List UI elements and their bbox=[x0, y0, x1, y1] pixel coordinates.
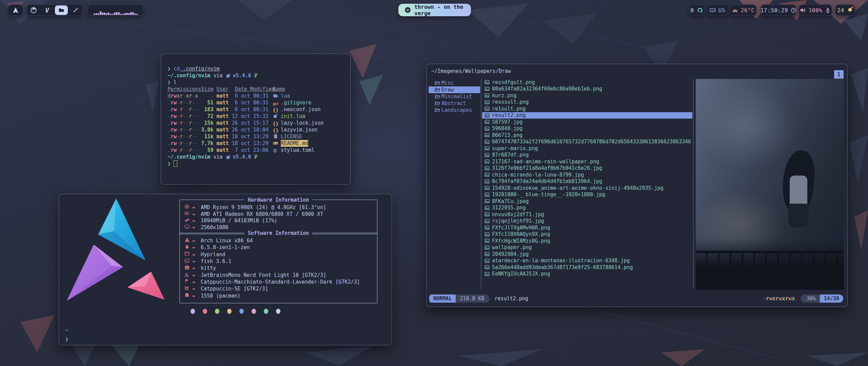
file-name[interactable]: .gitignore bbox=[281, 99, 311, 106]
file-manager-window[interactable]: ~/Imagenes/Wallpapers/Draw 1 MiscDrawMin… bbox=[426, 64, 848, 307]
file-name[interactable]: init.lua bbox=[281, 113, 305, 120]
fm-file-row[interactable]: 3126f7e9bbf21a8a4af0b67b041c6e26.jpg bbox=[482, 165, 692, 172]
workspace-app-vim[interactable]: V bbox=[41, 5, 53, 15]
file-name[interactable]: .neoconf.json bbox=[281, 106, 320, 113]
keyboard-status-pill[interactable]: US bbox=[707, 4, 728, 16]
fm-file-row[interactable]: ressdfgult.png bbox=[482, 79, 692, 86]
fm-file-row[interactable]: 0c794faf07de24a4db4d4fb1eb813964.jpg bbox=[482, 178, 692, 185]
fetch-window[interactable]: Hardware Information→AMD Ryzen 9 5900X (… bbox=[59, 194, 392, 345]
mic-icon bbox=[825, 7, 831, 13]
music-pill[interactable]: thrown - on the verge bbox=[398, 4, 471, 16]
file-name[interactable]: lazyvim.json bbox=[281, 126, 317, 133]
palette-dot bbox=[252, 309, 256, 314]
fm-file-row[interactable]: 866715.png bbox=[482, 132, 692, 139]
fm-file-row[interactable]: re1sult.png bbox=[482, 105, 692, 112]
fm-file-row[interactable]: 20492984.jpg bbox=[482, 251, 692, 258]
fm-file-row[interactable]: EeNKYgIUcAAJ5JX.png bbox=[482, 271, 692, 278]
workspace-app-folder[interactable] bbox=[55, 5, 68, 15]
image-icon bbox=[485, 251, 490, 257]
terminal-line: PermissionsSizeUserDate ModifiedName bbox=[167, 86, 350, 93]
fm-file-row[interactable]: 87r687df.png bbox=[482, 152, 692, 159]
file-owner: matt bbox=[216, 93, 229, 99]
fm-file-row[interactable]: 5a266e448add93deab367d87173e9f25-6837886… bbox=[482, 264, 692, 271]
fm-file-row[interactable]: kurz.png bbox=[482, 92, 692, 99]
fm-file-row[interactable]: chica-mirando-la-luna-8799.jpg bbox=[482, 171, 692, 178]
speaker-status-value: 100% bbox=[809, 7, 823, 14]
github-icon bbox=[697, 7, 703, 14]
fm-file-row[interactable]: FXfcII0X0AQyn9X.png bbox=[482, 231, 692, 238]
fm-sidebar-item-minimalist[interactable]: Minimalist bbox=[429, 93, 480, 100]
fetch-value: 6.5.8-zen1-1-zen bbox=[201, 244, 250, 250]
arrow-icon: → bbox=[192, 258, 201, 264]
visualizer-bar bbox=[134, 14, 136, 15]
file-permissions: .rw-r--r-- bbox=[167, 133, 198, 140]
launcher-pill[interactable] bbox=[8, 4, 23, 16]
fm-sidebar-item-draw[interactable]: Draw bbox=[429, 86, 480, 93]
file-name[interactable]: LICENSE bbox=[281, 133, 302, 140]
fm-file-row[interactable]: 587597.jpg bbox=[482, 119, 692, 125]
file-name[interactable]: lua bbox=[281, 93, 290, 99]
fm-file-row[interactable]: wallpaper.png bbox=[482, 244, 692, 251]
fm-file-row[interactable]: 154928-odinokoe_anime-art-anime-okno-sin… bbox=[482, 185, 692, 191]
fm-file-row[interactable]: 3122955.png bbox=[482, 205, 692, 211]
file-name[interactable]: README.md bbox=[281, 140, 308, 147]
fm-mode-badge: NORMAL bbox=[429, 294, 456, 303]
fetch-row: →1558 (pacman) bbox=[184, 292, 374, 299]
fetch-row: →AMD ATI Radeon RX 6800/6800 XT / 6900 X… bbox=[184, 211, 374, 218]
bell-status-pill[interactable]: 24 bbox=[835, 4, 855, 16]
fm-file-row[interactable]: nnvuv0xj2df71.jpg bbox=[482, 211, 692, 218]
fm-file-row[interactable]: 19201080-__blue-tinge__-1920×1080.jpg bbox=[482, 191, 692, 198]
fm-file-row[interactable]: FXfcHgcWIAMzs0G.png bbox=[482, 238, 692, 244]
speaker-status-pill[interactable]: 100% bbox=[798, 4, 832, 16]
arrow-icon: → bbox=[192, 251, 201, 258]
file-name[interactable]: lazy-lock.json bbox=[281, 120, 323, 126]
fm-file-name: 20492984.jpg bbox=[492, 251, 529, 257]
fetch-value: Catppuccin-Macchiato-Standard-Lavender-D… bbox=[201, 279, 360, 285]
fm-sidebar-item-misc[interactable]: Misc bbox=[429, 80, 480, 86]
fm-file-row[interactable]: result2.png bbox=[482, 112, 692, 119]
prompt-symbol: ❯ bbox=[167, 160, 174, 167]
file-name[interactable]: stylua.toml bbox=[281, 147, 314, 154]
file-date: 6 oct 00:31 bbox=[232, 93, 269, 99]
fetch-value: kitty bbox=[201, 265, 216, 271]
terminal-line: ❯ cd .config/nvim bbox=[167, 65, 350, 72]
fm-file-row[interactable]: 08a634fa02a32364f69ebc86a98eb1eb.png bbox=[482, 86, 692, 93]
terminal-color-dots bbox=[191, 309, 280, 314]
column-header: Size bbox=[201, 86, 213, 93]
fm-sidebar-item-abstract[interactable]: Abstract bbox=[429, 100, 480, 107]
fm-file-row[interactable]: 217167-sad-anime-rain-wallpaper.png bbox=[482, 158, 692, 165]
fm-selected-filename: result2.png bbox=[494, 296, 528, 302]
palette-dot bbox=[264, 309, 268, 314]
fm-file-row[interactable]: atardecer-en-la-montanas-ilustracion-634… bbox=[482, 258, 692, 264]
workspace-app-brush[interactable] bbox=[70, 5, 81, 15]
keyboard-icon bbox=[710, 7, 716, 13]
workspace-app-firefox[interactable] bbox=[28, 5, 39, 15]
fm-sidebar-item-landscapes[interactable]: Landscapes bbox=[429, 107, 480, 114]
gpu-icon bbox=[184, 211, 190, 216]
file-date: 26 oct 10:04 bbox=[232, 126, 269, 133]
fetch-row: →10948MiB / 64183MiB (17%) bbox=[184, 218, 374, 224]
fm-file-row[interactable]: 596848.jpg bbox=[482, 125, 692, 132]
rainbow-status-pill[interactable]: 26°C bbox=[730, 4, 756, 16]
clock-status-pill[interactable]: 17:50:29 bbox=[761, 4, 796, 16]
fm-file-row[interactable]: FXfcJlTXgAMvH6R.png bbox=[482, 224, 692, 231]
terminal-window[interactable]: ❯ cd .config/nvim~/.config/nvim via v5.4… bbox=[161, 54, 351, 185]
moon-icon bbox=[273, 114, 278, 119]
github-status-pill[interactable]: 0 bbox=[689, 4, 705, 16]
fm-file-row[interactable]: 68747470733a2f2f696d616765732d7769786d70… bbox=[482, 139, 692, 145]
fm-file-row[interactable]: super-mario.png bbox=[482, 145, 692, 152]
arch-logo-icon bbox=[13, 7, 19, 13]
image-icon bbox=[485, 219, 490, 224]
visualizer-bar bbox=[100, 11, 101, 15]
fm-file-row[interactable]: rsjqojlmjhf91.jpg bbox=[482, 218, 692, 225]
fetch-value: AMD Ryzen 9 5900X (24) @ 4.9GHz [61.3°on… bbox=[201, 204, 326, 210]
fm-divider-left bbox=[481, 79, 481, 289]
notification-dot bbox=[851, 6, 853, 8]
fm-status-bar: NORMAL 218.8 KB result2.png -rwxrwxrwx 3… bbox=[429, 294, 843, 303]
arrow-icon: → bbox=[192, 286, 201, 292]
image-icon bbox=[485, 245, 490, 250]
fm-file-row[interactable]: resssult.png bbox=[482, 99, 692, 106]
fm-tab-badge[interactable]: 1 bbox=[834, 70, 844, 79]
fm-file-row[interactable]: 8FKa7Cu.jpeg bbox=[482, 198, 692, 205]
file-type-cell: ⚙ bbox=[273, 147, 281, 154]
